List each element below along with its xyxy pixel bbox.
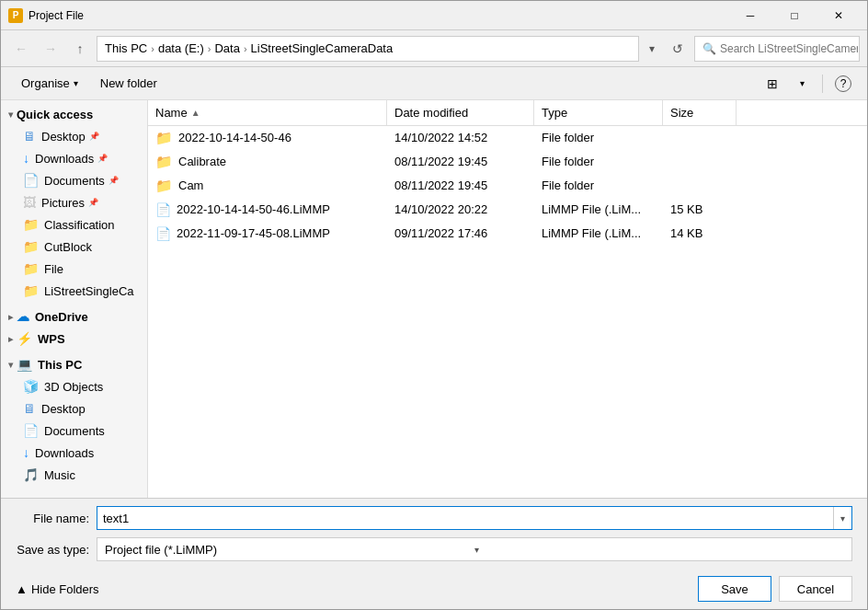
sidebar-item-classification-label: Classification	[44, 218, 115, 232]
folder-icon-2: 📁	[23, 239, 39, 254]
sidebar-item-documents-pc[interactable]: 📄 Documents	[1, 420, 147, 442]
sidebar-item-classification[interactable]: 📁 Classification	[1, 213, 147, 236]
column-header-type[interactable]: Type	[534, 100, 663, 125]
file-name-dropdown-button[interactable]: ▾	[833, 507, 851, 529]
desktop-icon-pc: 🖥	[23, 401, 36, 416]
path-segment-listreet: LiStreetSingleCameraData	[251, 41, 394, 55]
onedrive-icon: ☁	[17, 309, 29, 324]
path-segment-thispc: This PC	[105, 41, 147, 55]
view-dropdown-button[interactable]: ▾	[789, 72, 815, 96]
path-segment-data: Data	[214, 41, 239, 55]
table-row[interactable]: 📄 2022-10-14-14-50-46.LiMMP 14/10/2022 2…	[148, 198, 867, 222]
save-type-label: Save as type:	[16, 543, 89, 557]
save-button[interactable]: Save	[698, 576, 771, 602]
sidebar-item-desktop[interactable]: 🖥 Desktop 📌	[1, 125, 147, 147]
sidebar-item-downloads-pc-label: Downloads	[35, 446, 94, 460]
pin-icon-2: 📌	[97, 154, 108, 163]
buttons-row: ▲ Hide Folders Save Cancel	[1, 569, 867, 609]
file-cell-date: 14/10/2022 20:22	[387, 198, 534, 221]
dialog-window: P Project File ─ □ ✕ ← → ↑ This PC › dat…	[0, 0, 868, 610]
file-cell-date: 08/11/2022 19:45	[387, 150, 534, 173]
view-options-button[interactable]: ⊞	[760, 72, 785, 96]
hide-folders-label: Hide Folders	[31, 582, 99, 596]
file-name-text: 2022-10-14-14-50-46	[178, 131, 291, 144]
view-icon: ⊞	[767, 76, 778, 91]
column-header-size[interactable]: Size	[663, 100, 737, 125]
toolbar-right: ⊞ ▾ ?	[760, 72, 856, 96]
sidebar-item-documents[interactable]: 📄 Documents 📌	[1, 169, 147, 191]
minimize-button[interactable]: ─	[729, 1, 771, 30]
sidebar-item-3dobjects[interactable]: 🧊 3D Objects	[1, 375, 147, 397]
save-type-select[interactable]: Project file (*.LiMMP) ▾	[97, 537, 852, 561]
sidebar-item-3dobjects-label: 3D Objects	[44, 380, 103, 394]
file-cell-size: 15 KB	[663, 198, 737, 221]
music-icon: 🎵	[23, 467, 39, 482]
toolbar-separator	[822, 75, 823, 93]
file-cell-type: File folder	[534, 126, 663, 149]
search-box: 🔍	[694, 36, 860, 62]
file-cell-name: 📁 2022-10-14-14-50-46	[148, 126, 387, 149]
forward-button[interactable]: →	[38, 36, 63, 62]
back-button[interactable]: ←	[8, 36, 34, 62]
file-icon-row: 📄	[155, 226, 171, 241]
table-row[interactable]: 📁 Cam 08/11/2022 19:45 File folder	[148, 174, 867, 198]
sidebar-section-quick-access[interactable]: ▾ Quick access	[1, 104, 147, 125]
sidebar-item-music[interactable]: 🎵 Music	[1, 464, 147, 486]
pictures-icon: 🖼	[23, 195, 36, 210]
file-cell-name: 📁 Cam	[148, 174, 387, 197]
sidebar-item-downloads-pc[interactable]: ↓ Downloads	[1, 442, 147, 464]
save-type-value: Project file (*.LiMMP)	[105, 543, 474, 557]
table-row[interactable]: 📁 2022-10-14-14-50-46 14/10/2022 14:52 F…	[148, 126, 867, 150]
sidebar-section-wps[interactable]: ▸ ⚡ WPS	[1, 328, 147, 350]
hide-folders-button[interactable]: ▲ Hide Folders	[16, 582, 99, 596]
sidebar-section-onedrive[interactable]: ▸ ☁ OneDrive	[1, 305, 147, 328]
app-icon: P	[8, 8, 23, 23]
title-bar-text: Project File	[29, 9, 729, 22]
sidebar-item-listreet[interactable]: 📁 LiStreetSingleCa	[1, 280, 147, 302]
column-header-name[interactable]: Name ▲	[148, 100, 387, 125]
file-cell-date: 14/10/2022 14:52	[387, 126, 534, 149]
file-name-text: 2022-11-09-17-45-08.LiMMP	[177, 226, 330, 240]
close-button[interactable]: ✕	[817, 1, 860, 30]
address-bar: ← → ↑ This PC › data (E:) › Data › LiStr…	[1, 30, 867, 67]
sidebar-item-pictures[interactable]: 🖼 Pictures 📌	[1, 191, 147, 213]
toolbar: Organise ▾ New folder ⊞ ▾ ?	[1, 67, 867, 100]
organise-button[interactable]: Organise ▾	[12, 72, 87, 96]
table-row[interactable]: 📄 2022-11-09-17-45-08.LiMMP 09/11/2022 1…	[148, 222, 867, 246]
sidebar-item-file[interactable]: 📁 File	[1, 258, 147, 280]
onedrive-chevron: ▸	[8, 312, 13, 322]
folder-icon-1: 📁	[23, 217, 39, 232]
up-button[interactable]: ↑	[67, 36, 93, 62]
address-dropdown-button[interactable]: ▾	[643, 36, 661, 62]
file-name-input[interactable]	[97, 507, 833, 529]
table-row[interactable]: 📁 Calibrate 08/11/2022 19:45 File folder	[148, 150, 867, 174]
sidebar-item-cutblock[interactable]: 📁 CutBlock	[1, 236, 147, 258]
search-input[interactable]	[720, 42, 858, 55]
file-name-input-wrapper: ▾	[97, 506, 852, 530]
thispc-chevron: ▾	[8, 360, 13, 370]
refresh-button[interactable]: ↺	[665, 36, 691, 62]
new-folder-button[interactable]: New folder	[91, 72, 166, 96]
file-cell-name: 📁 Calibrate	[148, 150, 387, 173]
file-list-header: Name ▲ Date modified Type Size	[148, 100, 867, 126]
folder-icon-4: 📁	[23, 283, 39, 298]
search-icon: 🔍	[702, 42, 716, 55]
sidebar-item-documents-label: Documents	[44, 174, 105, 188]
file-cell-name: 📄 2022-10-14-14-50-46.LiMMP	[148, 198, 387, 221]
sidebar-item-downloads[interactable]: ↓ Downloads 📌	[1, 147, 147, 169]
view-dropdown-icon: ▾	[800, 78, 805, 88]
pin-icon: 📌	[89, 132, 99, 141]
address-path[interactable]: This PC › data (E:) › Data › LiStreetSin…	[97, 36, 639, 62]
hide-folders-arrow-icon: ▲	[16, 582, 28, 596]
pin-icon-4: 📌	[88, 198, 98, 207]
cancel-button[interactable]: Cancel	[779, 576, 852, 602]
quick-access-label: Quick access	[17, 108, 93, 121]
sidebar-section-thispc[interactable]: ▾ 💻 This PC	[1, 353, 147, 375]
help-button[interactable]: ?	[830, 72, 856, 96]
column-header-date[interactable]: Date modified	[387, 100, 534, 125]
maximize-button[interactable]: □	[773, 1, 816, 30]
file-cell-date: 08/11/2022 19:45	[387, 174, 534, 197]
downloads-icon: ↓	[23, 151, 29, 166]
pin-icon-3: 📌	[108, 176, 119, 185]
sidebar-item-desktop-pc[interactable]: 🖥 Desktop	[1, 397, 147, 420]
